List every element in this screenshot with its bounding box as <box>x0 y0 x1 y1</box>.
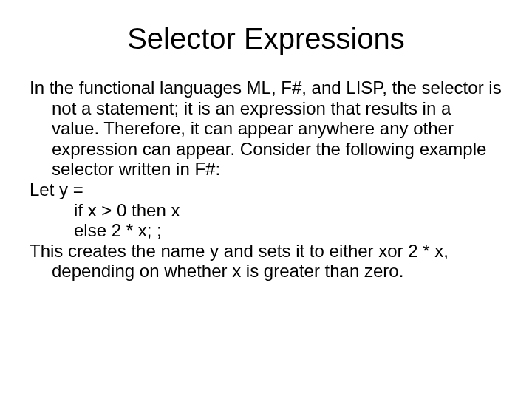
code-if-line: if x > 0 then x <box>30 200 502 221</box>
body-paragraph-intro: In the functional languages ML, F#, and … <box>30 78 502 180</box>
code-let-line: Let y = <box>30 180 502 200</box>
slide-title: Selector Expressions <box>30 22 502 55</box>
code-else-line: else 2 * x; ; <box>30 220 502 241</box>
body-paragraph-conclusion: This creates the name y and sets it to e… <box>30 241 502 282</box>
slide-body: In the functional languages ML, F#, and … <box>30 78 502 282</box>
slide: Selector Expressions In the functional l… <box>0 0 532 399</box>
